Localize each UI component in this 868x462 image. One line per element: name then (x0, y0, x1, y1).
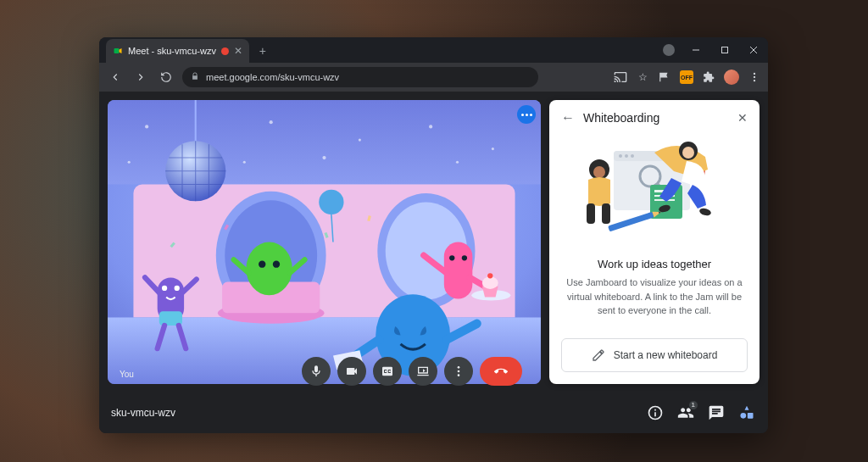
svg-point-69 (631, 154, 634, 158)
panel-close-button[interactable]: ✕ (737, 111, 748, 125)
call-controls (302, 357, 522, 386)
svg-point-5 (754, 73, 755, 75)
svg-point-18 (322, 156, 326, 159)
present-button[interactable] (409, 357, 437, 386)
svg-point-37 (273, 260, 280, 267)
svg-rect-83 (602, 203, 610, 224)
chrome-menu-icon[interactable] (748, 70, 761, 84)
whiteboarding-panel: ← Whiteboarding ✕ (549, 100, 760, 384)
camera-button[interactable] (337, 357, 366, 386)
end-call-button[interactable] (480, 357, 522, 386)
nav-forward-button[interactable] (131, 68, 150, 86)
new-tab-button[interactable]: + (253, 41, 273, 61)
lock-icon (191, 72, 199, 82)
cast-icon[interactable] (614, 70, 627, 84)
svg-point-14 (429, 125, 432, 128)
bookmark-star-icon[interactable]: ☆ (636, 70, 649, 84)
start-whiteboard-label: Start a new whiteboard (614, 349, 718, 361)
svg-point-49 (449, 255, 454, 260)
omnibox[interactable]: meet.google.com/sku-vmcu-wzv (182, 67, 538, 87)
svg-rect-92 (748, 413, 754, 419)
chat-button[interactable] (707, 404, 726, 422)
url-text: meet.google.com/sku-vmcu-wzv (206, 72, 339, 82)
people-button[interactable]: 1 (676, 404, 695, 422)
svg-point-68 (625, 154, 628, 158)
panel-heading: Work up ideas together (561, 258, 748, 270)
svg-point-12 (270, 120, 273, 124)
titlebar: Meet - sku-vmcu-wzv ✕ + (99, 37, 768, 63)
right-controls: 1 (646, 404, 756, 422)
svg-point-19 (456, 161, 459, 164)
svg-point-59 (319, 190, 343, 214)
svg-point-7 (754, 80, 755, 81)
chrome-account-icon[interactable] (663, 44, 675, 56)
activities-button[interactable] (737, 404, 756, 422)
svg-point-54 (482, 276, 498, 289)
svg-point-15 (492, 148, 494, 150)
svg-rect-0 (114, 48, 120, 53)
panel-back-button[interactable]: ← (561, 110, 575, 125)
edit-pencil-icon (592, 348, 605, 362)
svg-point-35 (246, 242, 292, 296)
extension-off-badge[interactable]: OFF (680, 70, 693, 84)
svg-point-16 (128, 161, 131, 164)
extensions-puzzle-icon[interactable] (702, 70, 715, 84)
tab-close-icon[interactable]: ✕ (234, 45, 242, 57)
close-window-button[interactable] (739, 37, 768, 63)
mic-button[interactable] (302, 357, 331, 386)
svg-point-36 (259, 260, 265, 267)
self-label: You (120, 370, 134, 379)
svg-point-87 (698, 207, 712, 216)
extension-flag-icon[interactable] (658, 70, 671, 84)
toolbar-right: ☆ OFF (614, 70, 761, 85)
tab-title: Meet - sku-vmcu-wzv (128, 46, 216, 56)
captions-button[interactable] (373, 357, 402, 386)
recording-indicator-icon (221, 47, 229, 55)
meet-favicon-icon (113, 46, 123, 56)
panel-description: Use Jamboard to visualize your ideas on … (561, 276, 748, 318)
svg-point-91 (741, 413, 747, 419)
svg-point-90 (457, 374, 459, 376)
meeting-details-button[interactable] (646, 404, 665, 422)
svg-rect-2 (722, 47, 728, 53)
svg-rect-77 (608, 212, 654, 232)
window-controls (663, 37, 768, 63)
svg-rect-82 (587, 203, 595, 224)
nav-reload-button[interactable] (157, 68, 175, 86)
meet-content: You ← Whiteboarding ✕ (99, 92, 768, 392)
nav-back-button[interactable] (106, 68, 125, 86)
svg-point-89 (457, 370, 459, 373)
address-bar: meet.google.com/sku-vmcu-wzv ☆ OFF (99, 63, 768, 92)
svg-point-88 (457, 366, 459, 369)
chrome-window: Meet - sku-vmcu-wzv ✕ + meet.google.com/… (99, 37, 768, 433)
video-stage: You (99, 92, 549, 392)
self-video-tile[interactable]: You (108, 100, 541, 384)
meeting-code: sku-vmcu-wzv (111, 407, 175, 419)
svg-point-81 (593, 166, 605, 178)
svg-point-13 (359, 139, 361, 142)
panel-title: Whiteboarding (583, 111, 729, 125)
more-options-button[interactable] (444, 357, 473, 386)
bottom-bar: sku-vmcu-wzv 1 (99, 392, 768, 433)
video-scene-illustration (108, 100, 541, 384)
panel-illustration (561, 125, 748, 246)
svg-point-6 (754, 76, 755, 78)
start-whiteboard-button[interactable]: Start a new whiteboard (561, 338, 748, 372)
participant-count-badge: 1 (688, 400, 698, 410)
svg-point-67 (619, 154, 622, 158)
svg-point-43 (175, 286, 180, 291)
svg-point-17 (243, 161, 246, 164)
maximize-button[interactable] (710, 37, 739, 63)
svg-point-10 (145, 125, 148, 128)
minimize-button[interactable] (682, 37, 710, 63)
browser-tab[interactable]: Meet - sku-vmcu-wzv ✕ (106, 39, 249, 63)
svg-point-50 (462, 255, 467, 260)
svg-point-42 (162, 286, 167, 291)
tile-options-button[interactable] (517, 105, 536, 124)
profile-avatar-icon[interactable] (724, 70, 739, 85)
svg-point-85 (682, 147, 694, 159)
svg-point-55 (487, 273, 492, 278)
